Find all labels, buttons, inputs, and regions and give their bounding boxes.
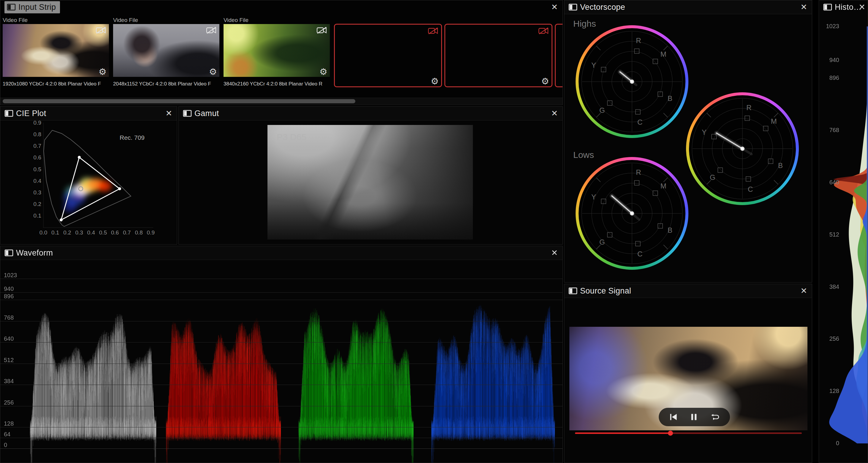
camera-off-icon[interactable]: [428, 27, 438, 36]
input-slot-4-empty[interactable]: ⚙: [334, 16, 440, 93]
input-slot-2[interactable]: Video File ⚙ 2048x1152 YCbCr 4:2:0 8bit …: [113, 16, 219, 93]
panel-vectorscope: Vectorscope ✕ Highs Lows RMBCGY RMBCGY R…: [564, 0, 812, 282]
panel-input-strip: Input Strip ✕ Video File ⚙ 1920x1080 YCb…: [0, 0, 563, 105]
target-box-R: [634, 49, 639, 54]
close-icon[interactable]: ✕: [800, 3, 807, 11]
panel-title: Vectorscope: [580, 3, 625, 12]
target-letter-R: R: [636, 36, 641, 44]
waveform-gridline: [0, 438, 562, 438]
gamut-header[interactable]: Gamut ✕: [179, 106, 562, 121]
histogram-header[interactable]: Histo… ✕: [819, 0, 868, 14]
playback-progress-bar[interactable]: [575, 432, 802, 434]
input-strip-title-tab[interactable]: Input Strip: [4, 1, 60, 13]
target-letter-G: G: [710, 173, 715, 181]
close-icon[interactable]: ✕: [165, 110, 172, 118]
source-signal-header[interactable]: Source Signal ✕: [564, 284, 812, 298]
window-icon: [568, 287, 578, 295]
gamut-name-label: Rec. 709: [120, 134, 145, 141]
vectorscope-header[interactable]: Vectorscope ✕: [564, 0, 812, 14]
target-letter-G: G: [599, 238, 605, 246]
input-strip-scrollbar[interactable]: [0, 98, 562, 104]
input-slot-3[interactable]: Video File ⚙ 3840x2160 YCbCr 4:2:0 8bit …: [223, 16, 330, 93]
target-box-M: [653, 191, 657, 195]
empty-input-slot[interactable]: ⚙: [334, 24, 442, 87]
progress-playhead[interactable]: [668, 431, 673, 436]
scrollbar-thumb[interactable]: [3, 99, 355, 103]
pause-button[interactable]: [690, 412, 699, 422]
camera-off-icon[interactable]: [538, 27, 549, 36]
target-box-M: [653, 59, 657, 64]
input-slot-6-empty[interactable]: [555, 16, 562, 93]
cie-x-tick: 0.5: [99, 229, 107, 236]
close-icon[interactable]: ✕: [800, 287, 807, 295]
waveform-tick-label: 128: [4, 420, 14, 427]
camera-off-icon[interactable]: [96, 26, 106, 36]
settings-gear-icon[interactable]: ⚙: [431, 77, 439, 86]
slot-type-label: [334, 16, 440, 24]
panel-title: Waveform: [16, 248, 53, 258]
target-box-C: [746, 177, 751, 181]
window-icon: [7, 3, 16, 11]
panel-waveform: 1023940896768640512384256128640 Waveform…: [0, 246, 563, 463]
close-icon[interactable]: ✕: [551, 110, 558, 118]
cie-pixel-cloud: [64, 177, 111, 212]
waveform-tick-label: 256: [4, 399, 14, 406]
loop-button[interactable]: [710, 412, 720, 422]
close-icon[interactable]: ✕: [551, 3, 558, 11]
target-letter-C: C: [637, 118, 642, 126]
target-letter-M: M: [660, 50, 666, 58]
window-icon: [183, 110, 192, 117]
settings-gear-icon[interactable]: ⚙: [209, 67, 217, 76]
target-box-R: [634, 181, 639, 185]
settings-gear-icon[interactable]: ⚙: [319, 67, 328, 76]
waveform-tick-label: 384: [4, 378, 14, 384]
target-box-G: [607, 101, 612, 105]
video-thumbnail-1[interactable]: ⚙: [3, 24, 109, 77]
histogram-tick-label: 940: [824, 57, 839, 63]
histogram-tick-label: 896: [824, 74, 839, 81]
slot-type-label: [444, 16, 551, 24]
histogram-tick-label: 640: [824, 179, 839, 186]
camera-off-icon[interactable]: [206, 26, 217, 36]
empty-input-slot[interactable]: ⚙: [444, 24, 553, 87]
camera-off-icon[interactable]: [316, 26, 327, 36]
close-icon[interactable]: ✕: [859, 3, 865, 11]
waveform-gridline: [0, 427, 562, 427]
cie-x-tick: 0.0: [39, 229, 47, 236]
video-thumbnail-2[interactable]: ⚙: [113, 24, 219, 77]
input-slot-1[interactable]: Video File ⚙ 1920x1080 YCbCr 4:2:0 8bit …: [3, 16, 109, 93]
skip-to-start-button[interactable]: [668, 412, 678, 422]
empty-input-slot[interactable]: [555, 24, 562, 87]
target-letter-Y: Y: [591, 193, 596, 201]
close-icon[interactable]: ✕: [551, 249, 558, 257]
waveform-tick-label: 896: [4, 293, 14, 300]
cie-y-tick: 0.9: [34, 120, 41, 126]
cie-y-tick: 0.4: [34, 178, 41, 184]
histogram-tick-label: 0: [824, 440, 839, 447]
cie-x-tick: 0.6: [111, 229, 119, 236]
target-letter-M: M: [771, 117, 777, 125]
panel-title: Histo…: [835, 3, 862, 12]
slot-caption: 3840x2160 YCbCr 4:2:0 8bit Planar Video …: [223, 81, 330, 87]
trace-streak: [717, 133, 742, 149]
settings-gear-icon[interactable]: ⚙: [98, 67, 106, 76]
target-letter-R: R: [746, 103, 751, 112]
histogram-tick-label: 128: [824, 388, 839, 395]
input-strip-header[interactable]: Input Strip ✕: [0, 0, 562, 14]
video-thumbnail-3[interactable]: ⚙: [223, 24, 330, 77]
vectorscope-highs: RMBCGY: [576, 25, 688, 138]
input-slot-5-empty[interactable]: ⚙: [444, 16, 551, 93]
cie-y-tick: 0.6: [34, 154, 41, 160]
waveform-gridline: [0, 449, 562, 449]
cie-header[interactable]: CIE Plot ✕: [0, 106, 177, 121]
waveform-gridline: [0, 364, 562, 364]
panel-source-signal: Source Signal ✕: [564, 284, 812, 463]
slot-caption: 1920x1080 YCbCr 4:2:0 8bit Planar Video …: [3, 81, 109, 87]
cie-x-tick: 0.9: [147, 229, 155, 236]
target-box-R: [745, 116, 749, 121]
settings-gear-icon[interactable]: ⚙: [541, 77, 549, 86]
target-box-G: [718, 168, 722, 173]
waveform-tick-label: 940: [4, 285, 14, 292]
waveform-header[interactable]: Waveform ✕: [0, 246, 562, 260]
cie-diagram: Rec. 709 0.90.80.70.60.50.40.30.20.1 0.0…: [0, 120, 177, 244]
